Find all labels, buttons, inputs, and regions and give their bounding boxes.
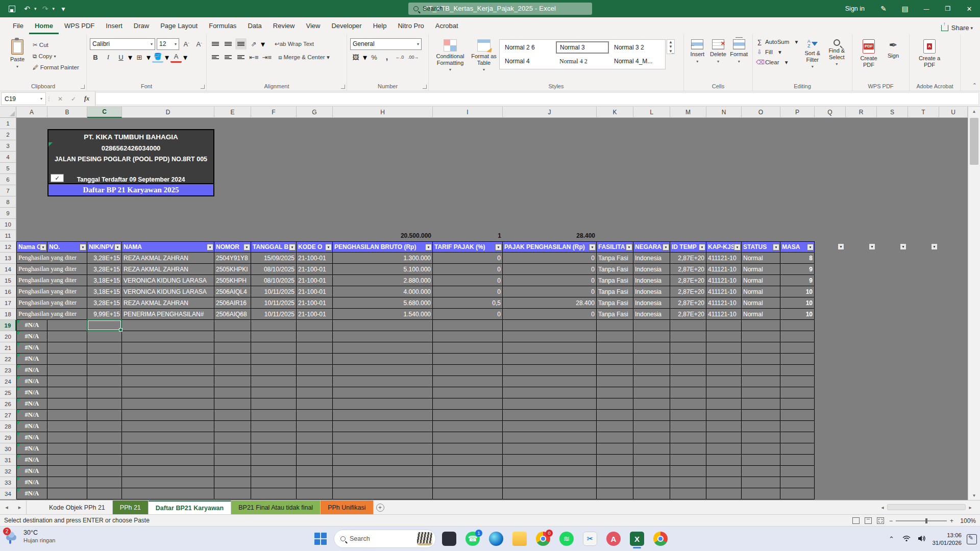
cell-A26[interactable]: #N/A: [16, 398, 47, 410]
cell-J24[interactable]: [503, 376, 597, 387]
name-box[interactable]: C19▾: [1, 92, 46, 105]
underline-button[interactable]: U: [115, 52, 127, 63]
cell-O21[interactable]: [742, 342, 780, 354]
cell-O16[interactable]: Normal: [742, 286, 780, 297]
cell-H24[interactable]: [333, 376, 433, 387]
ribbon-tab-acrobat[interactable]: Acrobat: [430, 18, 464, 34]
wifi-icon[interactable]: [901, 535, 912, 543]
merge-center-button[interactable]: ⧈ Merge & Center ▾: [277, 52, 331, 63]
column-header-P[interactable]: P: [780, 107, 815, 118]
cell-F14[interactable]: 08/10/2025: [251, 264, 297, 275]
cell-O23[interactable]: [742, 365, 780, 376]
row-header-5[interactable]: 5: [0, 163, 16, 174]
font-color-icon[interactable]: A: [170, 52, 182, 63]
cell-M14[interactable]: 2,87E+20: [670, 264, 706, 275]
cell-F19[interactable]: [251, 320, 297, 331]
cell-H19[interactable]: [333, 320, 433, 331]
cell-F29[interactable]: [251, 432, 297, 443]
cell-H17[interactable]: 5.680.000: [333, 297, 433, 309]
cell-D15[interactable]: VERONICA KIDUNG LARASA: [122, 275, 214, 286]
cell-I18[interactable]: 0: [433, 309, 503, 320]
cell-P23[interactable]: [780, 365, 815, 376]
cell-M25[interactable]: [670, 387, 706, 398]
cell-H16[interactable]: 4.000.000: [333, 286, 433, 297]
cell-F20[interactable]: [251, 331, 297, 342]
cell-P31[interactable]: [780, 455, 815, 466]
cell-J11[interactable]: 28.400: [503, 230, 597, 241]
table-header-D[interactable]: NAMA: [122, 241, 214, 253]
cell-I21[interactable]: [433, 342, 503, 354]
zoom-out-icon[interactable]: −: [889, 517, 893, 524]
zoom-slider[interactable]: [896, 520, 947, 521]
cell-N22[interactable]: [706, 354, 742, 365]
row-header-14[interactable]: 14: [0, 264, 16, 275]
clock[interactable]: 13:06 31/01/2026: [932, 532, 962, 547]
cell-N33[interactable]: [706, 477, 742, 488]
cell-E21[interactable]: [214, 342, 251, 354]
cell-M32[interactable]: [670, 466, 706, 477]
cell-H11[interactable]: 20.500.000: [333, 230, 433, 241]
align-top-icon[interactable]: [210, 38, 221, 49]
row-header-7[interactable]: 7: [0, 185, 16, 196]
cell-N23[interactable]: [706, 365, 742, 376]
cell-P30[interactable]: [780, 443, 815, 455]
row-header-23[interactable]: 23: [0, 365, 16, 376]
ribbon-tab-data[interactable]: Data: [242, 18, 267, 34]
cell-K14[interactable]: Tanpa Fasi: [597, 264, 633, 275]
filter-dropdown-icon-M[interactable]: [699, 244, 705, 251]
scroll-left-icon[interactable]: ◂: [878, 505, 887, 510]
row-header-28[interactable]: 28: [0, 421, 16, 432]
cell-M26[interactable]: [670, 398, 706, 410]
cell-G31[interactable]: [297, 455, 333, 466]
sign-button[interactable]: ✒ Sign: [882, 37, 904, 59]
delete-cells-button[interactable]: Delete▾: [708, 37, 729, 64]
row-header-16[interactable]: 16: [0, 286, 16, 297]
redo-caret-icon[interactable]: ▾: [53, 6, 55, 11]
insert-function-icon[interactable]: fx: [81, 93, 93, 105]
cell-M33[interactable]: [670, 477, 706, 488]
cell-D26[interactable]: [122, 398, 214, 410]
cell-L28[interactable]: [633, 421, 670, 432]
cell-O28[interactable]: [742, 421, 780, 432]
cell-D14[interactable]: REZA AKMAL ZAHRAN: [122, 264, 214, 275]
ribbon-tab-nitro-pro[interactable]: Nitro Pro: [392, 18, 429, 34]
table-header-H[interactable]: PENGHASILAN BRUTO (Rp): [333, 241, 433, 253]
column-header-O[interactable]: O: [742, 107, 780, 118]
cell-O20[interactable]: [742, 331, 780, 342]
cell-style-normal-4-m-[interactable]: Normal 4_M...: [610, 55, 664, 67]
conditional-formatting-button[interactable]: Conditional Formatting▾: [432, 37, 469, 72]
row-header-3[interactable]: 3: [0, 140, 16, 152]
cell-F30[interactable]: [251, 443, 297, 455]
column-header-K[interactable]: K: [597, 107, 633, 118]
filter-dropdown-icon-F[interactable]: [289, 244, 296, 251]
cell-D13[interactable]: REZA AKMAL ZAHRAN: [122, 253, 214, 264]
cell-G20[interactable]: [297, 331, 333, 342]
row-header-8[interactable]: 8: [0, 196, 16, 208]
ribbon-tab-wps-pdf[interactable]: WPS PDF: [59, 18, 100, 34]
cell-P28[interactable]: [780, 421, 815, 432]
cell-P24[interactable]: [780, 376, 815, 387]
cell-I15[interactable]: 0: [433, 275, 503, 286]
next-sheet-icon[interactable]: ▸: [13, 500, 27, 514]
ribbon-tab-developer[interactable]: Developer: [326, 18, 367, 34]
cell-M29[interactable]: [670, 432, 706, 443]
cell-K13[interactable]: Tanpa Fasi: [597, 253, 633, 264]
filter-dropdown-icon-T[interactable]: [931, 243, 938, 250]
cell-H32[interactable]: [333, 466, 433, 477]
cell-C31[interactable]: [87, 455, 122, 466]
cell-A17[interactable]: Penghasilan yang diter: [16, 297, 87, 309]
cell-O27[interactable]: [742, 410, 780, 421]
cell-I26[interactable]: [433, 398, 503, 410]
cell-D29[interactable]: [122, 432, 214, 443]
copy-button[interactable]: ⧉ Copy ▾: [32, 51, 80, 62]
cell-K20[interactable]: [597, 331, 633, 342]
cell-B32[interactable]: [47, 466, 87, 477]
cell-N27[interactable]: [706, 410, 742, 421]
column-header-G[interactable]: G: [297, 107, 333, 118]
row-header-11[interactable]: 11: [0, 230, 16, 241]
cell-J26[interactable]: [503, 398, 597, 410]
cell-D20[interactable]: [122, 331, 214, 342]
cell-D32[interactable]: [122, 466, 214, 477]
cell-L24[interactable]: [633, 376, 670, 387]
filter-dropdown-icon-J[interactable]: [589, 244, 596, 251]
